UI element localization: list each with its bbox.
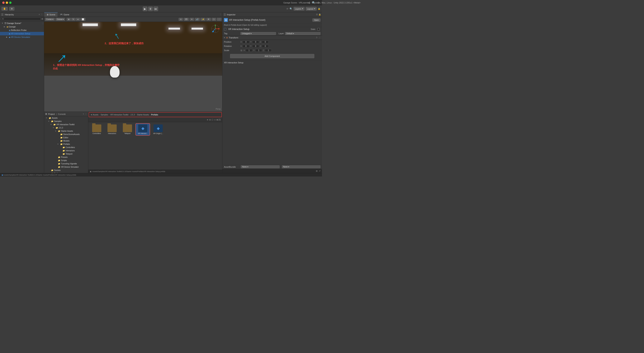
scene-tabs-more[interactable]: ⋮ (219, 13, 222, 16)
window-controls[interactable] (2, 2, 12, 4)
play-button[interactable]: ▶ (143, 7, 148, 11)
hierarchy-item-xr-device-sim[interactable]: ▶ ◆ XR Device Simulator (0, 35, 44, 39)
fb-path-253[interactable]: 2.5.3 (130, 114, 135, 116)
pos-z-field[interactable]: 0 (262, 41, 269, 43)
scale-y-field[interactable]: 1 (255, 49, 262, 52)
fb-item-xr-interact[interactable]: ◆ XR Interact... (136, 124, 150, 135)
project-tab[interactable]: Project (48, 113, 55, 115)
tree-item[interactable]: ▼ 📁 Prefabs (44, 143, 88, 146)
tree-item[interactable]: 📁 DemoSceneAssets (44, 133, 88, 136)
fb-grid-icon[interactable]: ⊞ (209, 119, 211, 121)
maximize-button[interactable] (9, 2, 12, 4)
tree-item[interactable]: 📁 Teleport (44, 152, 88, 156)
gizmos-btn[interactable]: ⬡ (212, 18, 216, 21)
tree-item[interactable]: ▼ 📁 Samples (44, 120, 88, 123)
fx-btn[interactable]: ✨ (200, 18, 206, 21)
scene-more-icon[interactable]: ⋮ (42, 22, 44, 24)
inspector-lock-icon[interactable]: 🔒 (318, 14, 321, 16)
search-top-icon[interactable]: 🔍 (290, 8, 292, 10)
tree-item[interactable]: 📁 Presets (44, 156, 88, 159)
layout-dropdown[interactable]: Layout ▾ (306, 7, 317, 11)
more-scene-btn[interactable]: ⋮ (217, 18, 222, 21)
hierarchy-item-xr-interaction-setup[interactable]: ◆ XR Interaction Setup (0, 32, 44, 35)
tree-item[interactable]: 📁 Editor (44, 136, 88, 139)
inspector-list-icon[interactable]: ☰ (316, 14, 318, 16)
fb-settings-icon[interactable]: ⊙ (214, 119, 216, 121)
tree-item[interactable]: ▼ 📁 Starter Assets (44, 129, 88, 133)
inspector-open-button[interactable]: Open (312, 19, 320, 22)
project-more-icon[interactable]: ⋮ (85, 113, 87, 115)
scale-z-field[interactable]: 1 (265, 49, 272, 52)
tree-item[interactable]: ▼ 📁 2.5.3 (44, 126, 88, 129)
rot-z-field[interactable]: 0 (262, 45, 269, 48)
hierarchy-menu-icon[interactable]: ☰ (1, 13, 4, 16)
hierarchy-more-icon[interactable]: ⋮ (41, 13, 43, 16)
fb-path-assets[interactable]: Assets (93, 114, 98, 116)
rot-x-field[interactable]: 0 (242, 45, 250, 48)
hand-tool-btn[interactable]: ✋ (2, 7, 8, 11)
tree-item[interactable]: 📁 Tunneling Vignette (44, 162, 88, 165)
fb-item-controllers[interactable]: Controllers (90, 124, 104, 135)
transform-more-icon[interactable]: ⋮ (319, 37, 321, 39)
transform-help-icon[interactable]: ? (316, 37, 317, 39)
fb-info-icon[interactable]: ⓘ (212, 119, 214, 121)
fb-item-interactors[interactable]: Interactors (105, 124, 119, 135)
inspector-layer-dropdown[interactable]: Default ▾ (285, 32, 320, 35)
tree-item[interactable]: 📁 Interactors (44, 149, 88, 152)
step-button[interactable]: ⏭ (154, 7, 158, 11)
tree-item[interactable]: 📁 Scripts (44, 159, 88, 162)
tree-item[interactable]: ▼ 📁 XR Interaction Toolkit (44, 123, 88, 126)
inspector-active-checkbox[interactable] (224, 28, 226, 30)
tab-game[interactable]: 🎮 Game (58, 12, 72, 17)
hierarchy-search-input[interactable] (1, 18, 41, 20)
global-dropdown-btn[interactable]: Global ▾ (56, 18, 65, 21)
fb-path-xr-toolkit[interactable]: XR Interaction Toolkit (110, 114, 128, 116)
tree-item[interactable]: ▼ 📁 Assets (44, 116, 88, 120)
hierarchy-item-garage[interactable]: ▶ ▣ Garage (0, 25, 44, 29)
light-btn[interactable]: ☀ (190, 18, 194, 21)
rotate-icon-btn[interactable]: ↻ (71, 18, 76, 21)
fb-item-teleport[interactable]: Teleport (120, 124, 134, 135)
inspector-tag-dropdown[interactable]: Untagged ▾ (240, 32, 276, 35)
pos-x-field[interactable]: 0 (242, 41, 250, 43)
inspector-static-checkbox[interactable] (318, 28, 320, 30)
close-button[interactable] (2, 2, 4, 4)
scene-viewport[interactable]: → 1、按照这个路径找到 XR Interaction Setup，并拖到左侧空… (44, 22, 222, 112)
pause-button[interactable]: ⏸ (148, 7, 153, 11)
transform-component-header[interactable]: ▼ ⊕ Transform ? ⋮ (222, 36, 322, 40)
project-add-icon[interactable]: + (83, 113, 84, 115)
fb-path-starter[interactable]: Starter Assets (137, 114, 149, 116)
fb-path-prefabs[interactable]: Prefabs (151, 114, 158, 116)
tree-item[interactable]: 📁 Models (44, 139, 88, 143)
hidden-btn[interactable]: 👁 (206, 18, 211, 21)
tab-scene[interactable]: 🖥 Scene (44, 12, 58, 17)
tree-item[interactable]: 📁 Scenes (44, 169, 88, 172)
fb-back-icon[interactable]: ◀ (90, 114, 92, 116)
fb-star-icon[interactable]: ★ (207, 119, 208, 121)
move-icon-btn[interactable]: ⊕ (66, 18, 71, 21)
persp-btn[interactable]: ⊙ (179, 18, 183, 21)
inspector-bottom-icon1[interactable]: ⊞ (316, 170, 318, 172)
hierarchy-add-icon[interactable]: + (39, 13, 40, 16)
tree-item[interactable]: 📁 XR Device Simulator (44, 165, 88, 169)
center-dropdown-btn[interactable]: Center ▾ (45, 18, 55, 21)
move-tool-btn[interactable]: ⊕ (9, 7, 14, 11)
console-tab[interactable]: Console (58, 113, 66, 115)
layers-dropdown[interactable]: Layers ▾ (294, 7, 304, 11)
inspector-menu-icon[interactable]: ☰ (224, 13, 226, 16)
fb-path-samples[interactable]: Samples (100, 114, 108, 116)
hierarchy-item-garage-scene[interactable]: ▼ 🎬 Garage Scene* ⋮ (0, 22, 44, 25)
scale-x-field[interactable]: 1 (246, 49, 252, 52)
asset-bundle-dropdown2[interactable]: None ▾ (282, 165, 321, 168)
pos-y-field[interactable]: 0 (252, 41, 259, 43)
scale-icon-btn[interactable]: ⇔ (76, 18, 80, 21)
fb-item-xr-origin[interactable]: ◆ XR Origin (... (151, 124, 165, 135)
rect-icon-btn[interactable]: ⬜ (80, 18, 86, 21)
inspector-bottom-icon2[interactable]: ↗ (319, 170, 320, 172)
audio-btn[interactable]: 🔊 (195, 18, 200, 21)
hierarchy-item-reflection-probe[interactable]: ◉ Reflection Probe (0, 29, 44, 32)
tree-item[interactable]: 📁 Controllers (44, 146, 88, 149)
rot-y-field[interactable]: 0 (252, 45, 259, 48)
hierarchy-filter-icon[interactable]: ⊞ (42, 18, 43, 20)
lock-icon[interactable]: 🔒 (318, 8, 320, 10)
